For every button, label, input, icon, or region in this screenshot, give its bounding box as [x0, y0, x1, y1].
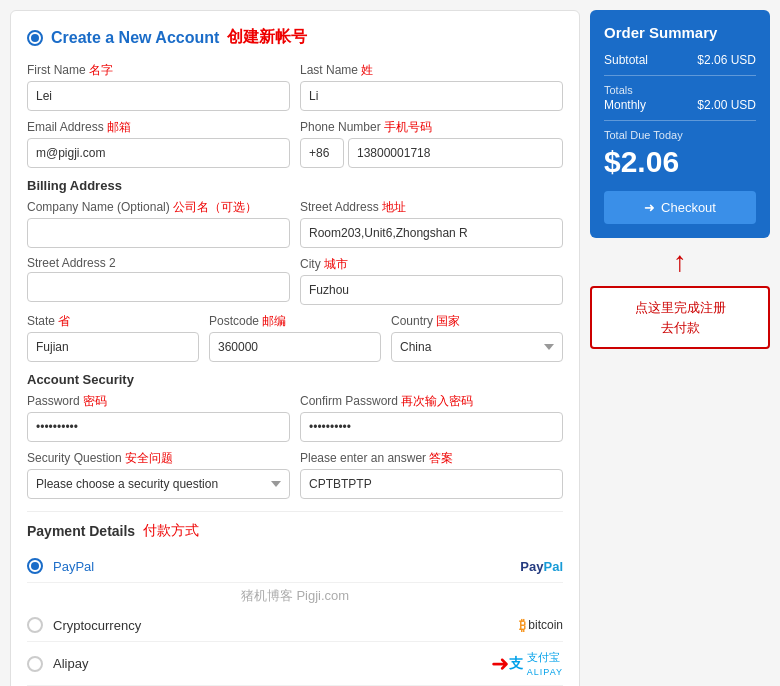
subtotal-row: Subtotal $2.06 USD: [604, 53, 756, 67]
annotation-line2: 去付款: [661, 320, 700, 335]
watermark: 猪机博客 Pigji.com: [27, 583, 563, 609]
street2-col: Street Address 2: [27, 256, 290, 305]
first-name-input[interactable]: [27, 81, 290, 111]
alipay-radio[interactable]: [27, 656, 43, 672]
paypal-logo: PayPal: [520, 559, 563, 574]
city-col: City 城市: [300, 256, 563, 305]
crypto-label: Cryptocurrency: [53, 618, 519, 633]
order-summary: Order Summary Subtotal $2.06 USD Totals …: [590, 10, 770, 238]
company-col: Company Name (Optional) 公司名（可选）: [27, 199, 290, 248]
monthly-value: $2.00 USD: [697, 98, 756, 112]
street-input[interactable]: [300, 218, 563, 248]
first-name-label: First Name 名字: [27, 62, 290, 79]
postcode-col: Postcode 邮编: [209, 313, 381, 362]
alipay-logo: 支 支付宝ALIPAY: [509, 650, 563, 677]
sidebar: Order Summary Subtotal $2.06 USD Totals …: [590, 10, 770, 686]
last-name-input[interactable]: [300, 81, 563, 111]
create-account-radio[interactable]: [27, 30, 43, 46]
answer-col: Please enter an answer 答案: [300, 450, 563, 499]
password-row: Password 密码 Confirm Password 再次输入密码: [27, 393, 563, 442]
paypal-radio[interactable]: [27, 558, 43, 574]
billing-title: Billing Address: [27, 178, 563, 193]
country-select[interactable]: China: [391, 332, 563, 362]
street2-city-row: Street Address 2 City 城市: [27, 256, 563, 305]
annotation-box: 点这里完成注册 去付款: [590, 286, 770, 349]
street2-input[interactable]: [27, 272, 290, 302]
order-summary-title: Order Summary: [604, 24, 756, 41]
street-col: Street Address 地址: [300, 199, 563, 248]
annotation-line1: 点这里完成注册: [635, 300, 726, 315]
payment-title-cn: 付款方式: [143, 522, 199, 540]
answer-input[interactable]: [300, 469, 563, 499]
security-row: Security Question 安全问题 Please choose a s…: [27, 450, 563, 499]
last-name-label: Last Name 姓: [300, 62, 563, 79]
subtotal-label: Subtotal: [604, 53, 648, 67]
city-input[interactable]: [300, 275, 563, 305]
confirm-password-label: Confirm Password 再次输入密码: [300, 393, 563, 410]
postcode-input[interactable]: [209, 332, 381, 362]
confirm-password-input[interactable]: [300, 412, 563, 442]
paypal-payment-row[interactable]: PayPal PayPal: [27, 550, 563, 583]
state-postcode-country-row: State 省 Postcode 邮编 Country 国家 China: [27, 313, 563, 362]
confirm-password-col: Confirm Password 再次输入密码: [300, 393, 563, 442]
account-security-title: Account Security: [27, 372, 563, 387]
alipay-arrow: ➜: [491, 651, 509, 677]
checkout-button[interactable]: ➜ Checkout: [604, 191, 756, 224]
password-col: Password 密码: [27, 393, 290, 442]
due-label: Total Due Today: [604, 129, 756, 141]
security-question-select[interactable]: Please choose a security question: [27, 469, 290, 499]
email-label: Email Address 邮箱: [27, 119, 290, 136]
email-phone-row: Email Address 邮箱 Phone Number 手机号码: [27, 119, 563, 168]
country-col: Country 国家 China: [391, 313, 563, 362]
street-label: Street Address 地址: [300, 199, 563, 216]
checkout-arrow-icon: ➜: [644, 200, 655, 215]
payment-section: Payment Details 付款方式 PayPal PayPal 猪机博客 …: [27, 511, 563, 686]
bitcoin-logo: ₿bitcoin: [519, 617, 563, 633]
alipay-payment-row[interactable]: Alipay ➜ 支 支付宝ALIPAY: [27, 642, 563, 686]
monthly-row: Monthly $2.00 USD: [604, 98, 756, 112]
security-question-label: Security Question 安全问题: [27, 450, 290, 467]
alipay-label: Alipay: [53, 656, 491, 671]
due-amount: $2.06: [604, 145, 756, 179]
postcode-label: Postcode 邮编: [209, 313, 381, 330]
last-name-col: Last Name 姓: [300, 62, 563, 111]
phone-prefix-input[interactable]: [300, 138, 344, 168]
name-row: First Name 名字 Last Name 姓: [27, 62, 563, 111]
state-input[interactable]: [27, 332, 199, 362]
main-form: Create a New Account 创建新帐号 First Name 名字…: [10, 10, 580, 686]
annotation-arrow: ↑: [590, 248, 770, 276]
checkout-label: Checkout: [661, 200, 716, 215]
security-question-col: Security Question 安全问题 Please choose a s…: [27, 450, 290, 499]
company-input[interactable]: [27, 218, 290, 248]
first-name-col: First Name 名字: [27, 62, 290, 111]
payment-title-en: Payment Details: [27, 523, 135, 539]
city-label: City 城市: [300, 256, 563, 273]
company-label: Company Name (Optional) 公司名（可选）: [27, 199, 290, 216]
country-label: Country 国家: [391, 313, 563, 330]
paypal-label: PayPal: [53, 559, 520, 574]
totals-label: Totals: [604, 84, 756, 96]
state-col: State 省: [27, 313, 199, 362]
monthly-label: Monthly: [604, 98, 646, 112]
company-street-row: Company Name (Optional) 公司名（可选） Street A…: [27, 199, 563, 248]
crypto-radio[interactable]: [27, 617, 43, 633]
create-account-title-en: Create a New Account: [51, 29, 219, 47]
password-label: Password 密码: [27, 393, 290, 410]
phone-label: Phone Number 手机号码: [300, 119, 563, 136]
password-input[interactable]: [27, 412, 290, 442]
email-col: Email Address 邮箱: [27, 119, 290, 168]
crypto-payment-row[interactable]: Cryptocurrency ₿bitcoin: [27, 609, 563, 642]
payment-header: Payment Details 付款方式: [27, 522, 563, 540]
email-input[interactable]: [27, 138, 290, 168]
create-account-title-cn: 创建新帐号: [227, 27, 307, 48]
answer-label: Please enter an answer 答案: [300, 450, 563, 467]
subtotal-value: $2.06 USD: [697, 53, 756, 67]
street2-label: Street Address 2: [27, 256, 290, 270]
phone-number-input[interactable]: [348, 138, 563, 168]
phone-col: Phone Number 手机号码: [300, 119, 563, 168]
form-header: Create a New Account 创建新帐号: [27, 27, 563, 48]
state-label: State 省: [27, 313, 199, 330]
